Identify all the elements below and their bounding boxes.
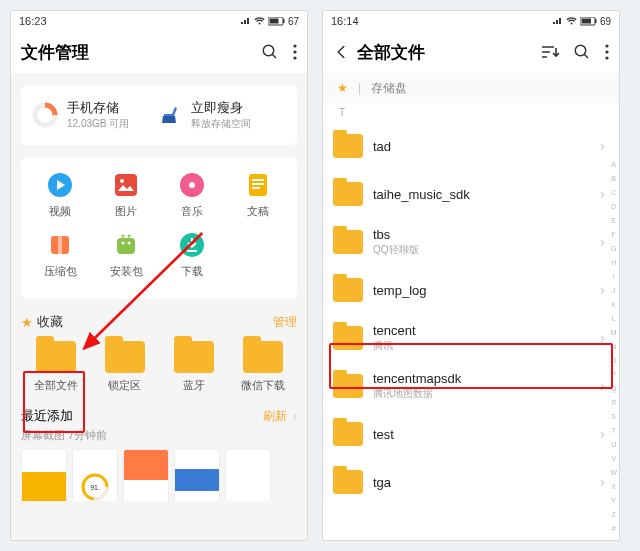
svg-point-5 [293,44,296,47]
status-time: 16:23 [19,15,47,27]
chevron-right-icon: › [600,186,605,202]
phone-storage-sub: 12.03GB 可用 [67,117,129,131]
folder-row[interactable]: temp_log› [323,266,619,314]
alpha-#[interactable]: # [610,525,617,532]
phone-storage[interactable]: 手机存储 12.03GB 可用 [31,99,159,131]
phone-left: 16:23 67 文件管理 手机存储 12.03GB 可用 [10,10,308,541]
zip-icon [46,231,74,259]
folder-icon [174,341,214,373]
folder-row[interactable]: tad› [323,122,619,170]
alpha-D[interactable]: D [610,203,617,210]
filter-bar: ★ | 存储盘 [323,73,619,103]
signal-icon [553,17,563,25]
search-icon[interactable] [573,43,591,61]
cat-label: 图片 [115,204,137,219]
alpha-V[interactable]: V [610,455,617,462]
folder-row[interactable]: tga› [323,458,619,506]
thumb[interactable]: 91. [72,449,118,501]
manage-button[interactable]: 管理 [273,314,297,331]
cat-label: 压缩包 [44,264,77,279]
folder-row[interactable]: test› [323,410,619,458]
phone-storage-title: 手机存储 [67,99,129,117]
alpha-Y[interactable]: Y [610,497,617,504]
refresh-button[interactable]: 刷新 [263,408,287,425]
alpha-I[interactable]: I [610,273,617,280]
cat-label: 视频 [49,204,71,219]
thumb[interactable] [225,449,271,501]
folder-icon [333,422,363,446]
slim-now[interactable]: 立即瘦身 释放存储空间 [159,99,287,131]
chevron-right-icon[interactable]: › [293,408,297,423]
recent-thumbs[interactable]: 91. [21,449,297,501]
thumb[interactable] [123,449,169,501]
cat-music[interactable]: 音乐 [159,171,225,219]
status-time: 16:14 [331,15,359,27]
alpha-A[interactable]: A [610,161,617,168]
alpha-B[interactable]: B [610,175,617,182]
folder-row[interactable]: tbsQQ轻聊版› [323,218,619,266]
more-icon[interactable] [605,44,609,60]
star-icon[interactable]: ★ [337,81,348,95]
fav-locked[interactable]: 锁定区 [90,341,159,393]
alpha-E[interactable]: E [610,217,617,224]
signal-icon [241,17,251,25]
cat-images[interactable]: 图片 [93,171,159,219]
alpha-K[interactable]: K [610,301,617,308]
left-content: 手机存储 12.03GB 可用 立即瘦身 释放存储空间 视频图片音乐文稿压缩包安… [11,73,307,540]
cat-docs[interactable]: 文稿 [225,171,291,219]
search-icon[interactable] [261,43,279,61]
slim-sub: 释放存储空间 [191,117,251,131]
svg-rect-17 [252,183,264,185]
alpha-U[interactable]: U [610,441,617,448]
alpha-R[interactable]: R [610,399,617,406]
cat-downloads[interactable]: 下载 [159,231,225,279]
alpha-T[interactable]: T [610,427,617,434]
folder-row[interactable]: taihe_music_sdk› [323,170,619,218]
category-grid: 视频图片音乐文稿压缩包安装包下载 [21,157,297,299]
folder-name: tencent [373,323,590,338]
alpha-Z[interactable]: Z [610,511,617,518]
folder-icon [333,230,363,254]
storage-card: 手机存储 12.03GB 可用 立即瘦身 释放存储空间 [21,85,297,145]
highlight-box [329,343,613,389]
fav-label: 锁定区 [108,378,141,393]
alpha-M[interactable]: M [610,329,617,336]
alpha-G[interactable]: G [610,245,617,252]
folder-name: tad [373,139,590,154]
alpha-J[interactable]: J [610,287,617,294]
alpha-H[interactable]: H [610,259,617,266]
cat-archives[interactable]: 压缩包 [27,231,93,279]
cat-video[interactable]: 视频 [27,171,93,219]
alpha-W[interactable]: W [610,469,617,476]
slim-title: 立即瘦身 [191,99,251,117]
chevron-right-icon: › [600,474,605,490]
page-title: 文件管理 [21,41,255,64]
svg-point-38 [575,45,586,56]
status-bar: 16:14 69 [323,11,619,31]
alpha-L[interactable]: L [610,315,617,322]
thumb[interactable] [21,449,67,501]
more-icon[interactable] [293,44,297,60]
section-label: T [323,103,619,122]
alpha-S[interactable]: S [610,413,617,420]
alpha-C[interactable]: C [610,189,617,196]
alpha-X[interactable]: X [610,483,617,490]
cat-apk[interactable]: 安装包 [93,231,159,279]
sort-icon[interactable] [541,45,559,59]
folder-sub: QQ轻聊版 [373,243,590,257]
svg-rect-2 [283,19,285,23]
back-icon[interactable] [333,43,351,61]
wifi-icon [566,17,577,25]
fav-bluetooth[interactable]: 蓝牙 [159,341,228,393]
storage-filter[interactable]: 存储盘 [371,80,407,97]
phone-right: 16:14 69 全部文件 ★ | 存储盘 T tad›taihe_music_… [322,10,620,541]
svg-rect-1 [269,18,278,23]
thumb[interactable] [174,449,220,501]
svg-rect-20 [58,236,62,254]
fav-wechat-dl[interactable]: 微信下载 [228,341,297,393]
alpha-F[interactable]: F [610,231,617,238]
fav-label: 微信下载 [241,378,285,393]
cat-label: 下载 [181,264,203,279]
svg-rect-33 [581,18,591,23]
dl-icon [178,231,206,259]
